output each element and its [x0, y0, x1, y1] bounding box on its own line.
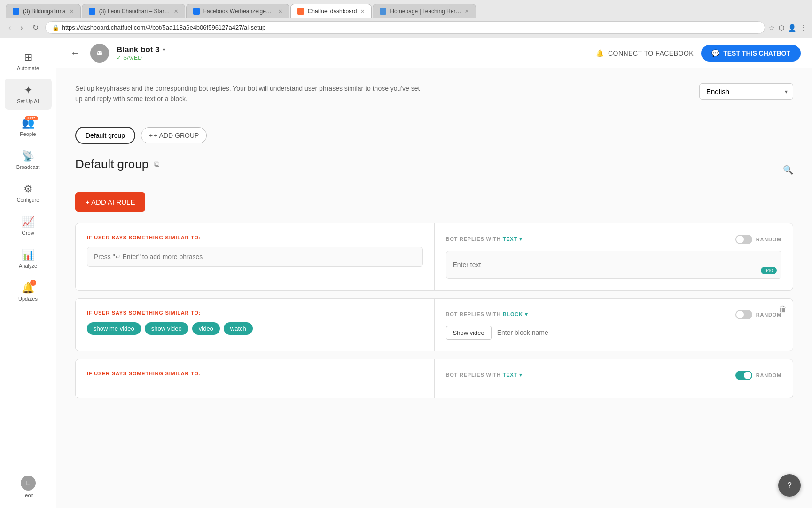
- sidebar-item-grow[interactable]: 📈 Grow: [5, 210, 52, 241]
- rule-left-2: IF USER SAYS SOMETHING SIMILAR TO: show …: [76, 299, 435, 351]
- bot-replies-label-3: BOT REPLIES WITH TEXT ▾: [446, 372, 523, 378]
- tab-title-1: (3) Bildungsfirma: [23, 8, 66, 15]
- configure-icon: ⚙: [23, 183, 33, 195]
- refresh-button[interactable]: ↻: [30, 21, 41, 34]
- bot-name: Blank bot 3: [117, 45, 160, 55]
- sidebar-label-leon: Leon: [22, 492, 33, 498]
- sidebar-label-automate: Automate: [17, 65, 39, 71]
- tab-title-4: Chatfuel dashboard: [308, 8, 357, 15]
- messenger-icon: 💬: [711, 49, 719, 57]
- back-button[interactable]: ‹: [6, 22, 14, 34]
- if-label-text-2: IF USER SAYS SOMETHING SIMILAR TO:: [87, 310, 201, 316]
- reply-type-2[interactable]: BLOCK: [503, 311, 523, 317]
- tab-chatfuel[interactable]: Chatfuel dashboard ✕: [290, 4, 372, 18]
- test-chatbot-button[interactable]: 💬 TEST THIS CHATBOT: [701, 45, 801, 62]
- ai-rule-card-2: IF USER SAYS SOMETHING SIMILAR TO: show …: [75, 298, 793, 351]
- toggle-3[interactable]: [735, 371, 752, 380]
- reply-header-1: BOT REPLIES WITH TEXT ▾ RANDOM: [446, 235, 782, 244]
- lock-icon: 🔒: [52, 24, 59, 31]
- forward-button[interactable]: ›: [17, 22, 25, 34]
- sidebar-item-analyze[interactable]: 📊 Analyze: [5, 243, 52, 274]
- default-group-button[interactable]: Default group: [75, 127, 135, 144]
- text-input-wrap-1: 640: [446, 251, 782, 279]
- tab-favicon-2: [89, 8, 95, 15]
- setup-ai-icon: ✦: [24, 84, 32, 96]
- tab-close-2[interactable]: ✕: [174, 8, 178, 15]
- bookmark-icon[interactable]: ☆: [769, 24, 775, 32]
- random-label-3: RANDOM: [756, 373, 781, 378]
- phrase-tag-video: video: [192, 322, 220, 335]
- bot-replies-text-2: BOT REPLIES WITH: [446, 311, 501, 317]
- language-dropdown[interactable]: English German French: [699, 83, 793, 100]
- tab-close-3[interactable]: ✕: [278, 8, 282, 15]
- bot-replies-text-1: BOT REPLIES WITH: [446, 236, 501, 242]
- tab-close-4[interactable]: ✕: [360, 8, 365, 15]
- reply-type-1[interactable]: TEXT: [503, 236, 517, 242]
- bot-dropdown-arrow[interactable]: ▾: [163, 47, 165, 53]
- add-group-label: + ADD GROUP: [154, 132, 199, 139]
- phrases-tags-2: show me video show video video watch: [87, 322, 423, 335]
- toggle-2[interactable]: [735, 310, 752, 319]
- reply-type-3[interactable]: TEXT: [503, 372, 517, 378]
- rule-left-3: IF USER SAYS SOMETHING SIMILAR TO:: [76, 359, 435, 398]
- reply-type-arrow-3[interactable]: ▾: [519, 372, 523, 378]
- grow-icon: 📈: [22, 216, 34, 228]
- address-actions: ☆ ⬡ 👤 ⋮: [769, 24, 806, 32]
- tab-homepage[interactable]: Homepage | Teaching Hero C... ✕: [373, 4, 476, 18]
- sidebar-item-broadcast[interactable]: 📡 Broadcast: [5, 144, 52, 175]
- if-label-2: IF USER SAYS SOMETHING SIMILAR TO:: [87, 310, 423, 316]
- sidebar-item-updates[interactable]: 🔔 ! Updates: [5, 276, 52, 307]
- tab-leon[interactable]: (3) Leon Chaudhari – Startsei... ✕: [82, 4, 185, 18]
- block-name-tag-2[interactable]: Show video: [446, 326, 492, 340]
- help-button[interactable]: ?: [778, 474, 801, 497]
- tab-bildungsfirma[interactable]: (3) Bildungsfirma ✕: [6, 4, 81, 18]
- bot-info: Blank bot 3 ▾ ✓ SAVED: [117, 45, 165, 61]
- reply-type-arrow-2[interactable]: ▾: [525, 311, 528, 317]
- updates-badge: !: [30, 280, 36, 286]
- sidebar-label-setup-ai: Set Up AI: [17, 98, 39, 104]
- phrase-tag-show-me-video: show me video: [87, 322, 141, 335]
- profile-icon[interactable]: 👤: [788, 24, 796, 32]
- check-icon: ✓: [117, 55, 121, 61]
- phrase-input-1[interactable]: [87, 247, 423, 267]
- reply-header-3: BOT REPLIES WITH TEXT ▾ RANDOM: [446, 371, 782, 380]
- bot-replies-label-1: BOT REPLIES WITH TEXT ▾: [446, 236, 523, 242]
- sidebar-item-automate[interactable]: ⊞ Automate: [5, 46, 52, 77]
- topbar-back-button[interactable]: ←: [68, 46, 83, 60]
- random-toggle-1: RANDOM: [735, 235, 781, 244]
- sidebar-item-leon[interactable]: L Leon: [5, 470, 52, 504]
- bot-replies-text-3: BOT REPLIES WITH: [446, 372, 501, 378]
- copy-icon[interactable]: ⧉: [154, 160, 159, 168]
- connect-facebook-button[interactable]: 🔔 CONNECT TO FACEBOOK: [596, 49, 694, 57]
- ai-rule-inner-2: IF USER SAYS SOMETHING SIMILAR TO: show …: [76, 299, 793, 351]
- toggle-1[interactable]: [735, 235, 752, 244]
- add-group-button[interactable]: + + ADD GROUP: [141, 127, 207, 143]
- sidebar-item-people[interactable]: 👥 BETA People: [5, 111, 52, 143]
- rule-right-2: 🗑 BOT REPLIES WITH BLOCK ▾: [435, 299, 793, 351]
- tab-favicon-4: [297, 8, 304, 15]
- address-bar[interactable]: 🔒 https://dashboard.chatfuel.com/#/bot/5…: [45, 21, 765, 34]
- text-input-1[interactable]: [446, 251, 782, 279]
- reply-header-2: BOT REPLIES WITH BLOCK ▾ RANDOM: [446, 310, 782, 319]
- saved-label: SAVED: [123, 55, 142, 61]
- add-ai-rule-button[interactable]: + ADD AI RULE: [75, 192, 145, 212]
- menu-icon[interactable]: ⋮: [800, 24, 806, 32]
- random-toggle-2: RANDOM: [735, 310, 781, 319]
- if-label-3: IF USER SAYS SOMETHING SIMILAR TO:: [87, 371, 423, 376]
- browser-chrome: (3) Bildungsfirma ✕ (3) Leon Chaudhari –…: [0, 0, 812, 38]
- tab-close-5[interactable]: ✕: [465, 8, 469, 15]
- reply-type-arrow-1[interactable]: ▾: [519, 236, 523, 242]
- section-header: Default group ⧉ 🔍: [75, 157, 793, 183]
- test-chatbot-label: TEST THIS CHATBOT: [723, 49, 790, 57]
- block-name-input-2[interactable]: [497, 329, 781, 336]
- sidebar-item-setup-ai[interactable]: ✦ Set Up AI: [5, 79, 52, 110]
- tab-werbeanzeigen[interactable]: Facebook Werbeanzeigen Me... ✕: [186, 4, 289, 18]
- sidebar-item-configure[interactable]: ⚙ Configure: [5, 177, 52, 208]
- description-text: Set up keyphrases and the corresponding …: [75, 83, 428, 104]
- if-label-text-1: IF USER SAYS SOMETHING SIMILAR TO:: [87, 235, 201, 240]
- app-layout: ⊞ Automate ✦ Set Up AI 👥 BETA People 📡 B…: [0, 38, 812, 508]
- delete-button-2[interactable]: 🗑: [779, 304, 787, 314]
- extensions-icon[interactable]: ⬡: [779, 24, 784, 32]
- tab-close-1[interactable]: ✕: [70, 8, 74, 15]
- search-button[interactable]: 🔍: [783, 165, 793, 175]
